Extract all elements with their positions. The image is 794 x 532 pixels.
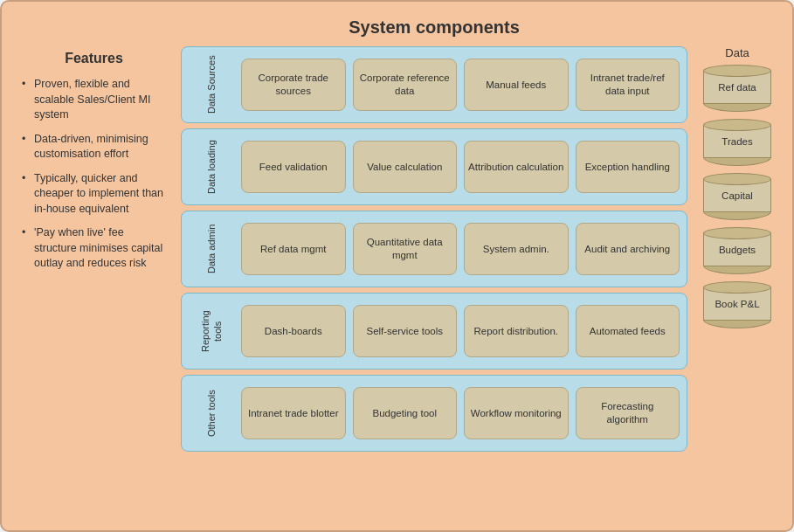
features-header-placeholder <box>17 17 170 38</box>
cylinder-0: Ref data <box>703 65 771 112</box>
box-3-1: Self-service tools <box>353 305 458 357</box>
box-0-0: Corporate trade sources <box>241 59 346 111</box>
cyl-bottom-0 <box>703 103 771 112</box>
boxes-row-0: Corporate trade sources Corporate refere… <box>241 59 680 111</box>
cylinder-2: Capital <box>703 173 771 220</box>
box-2-2: System admin. <box>464 223 569 275</box>
feature-item-2: Data-driven, minimising customisation ef… <box>22 132 166 162</box>
feature-item-3: Typically, quicker and cheaper to implem… <box>22 171 166 218</box>
row-label-1: Data loading <box>189 136 234 197</box>
row-label-0: Data Sources <box>189 54 234 115</box>
box-0-2: Manual feeds <box>464 59 569 111</box>
row-data-sources: Data Sources Corporate trade sources Cor… <box>181 46 687 123</box>
cyl-top-3 <box>703 227 771 239</box>
row-data-admin: Data admin Ref data mgmt Quantitative da… <box>181 211 687 287</box>
boxes-row-2: Ref data mgmt Quantitative data mgmt Sys… <box>241 223 680 275</box>
row-reporting-tools: Reporting tools Dash-boards Self-service… <box>181 293 687 370</box>
row-data-loading: Data loading Feed validation Value calcu… <box>181 128 687 205</box>
features-title: Features <box>22 51 166 66</box>
box-4-3: Forecasting algorithm <box>576 387 680 439</box>
box-1-3: Exception handling <box>576 141 680 193</box>
box-1-2: Attribution calculation <box>464 141 569 193</box>
boxes-row-1: Feed validation Value calculation Attrib… <box>241 141 680 193</box>
box-4-2: Workflow monitoring <box>464 387 569 439</box>
title-row: System components <box>17 17 777 38</box>
boxes-row-3: Dash-boards Self-service tools Report di… <box>241 305 680 357</box>
box-0-1: Corporate reference data <box>353 59 458 111</box>
content-area: Features Proven, flexible and scalable S… <box>17 46 777 515</box>
box-3-0: Dash-boards <box>241 305 346 357</box>
page-title: System components <box>170 17 698 38</box>
cyl-bottom-1 <box>703 157 771 166</box>
main-container: System components Features Proven, flexi… <box>0 0 794 532</box>
box-4-0: Intranet trade blotter <box>241 387 346 439</box>
feature-item-1: Proven, flexible and scalable Sales/Clie… <box>22 77 166 123</box>
box-3-2: Report distribution. <box>464 305 569 357</box>
cyl-bottom-4 <box>703 320 771 328</box>
box-0-3: Intranet trade/ref data input <box>576 59 680 111</box>
cyl-top-1 <box>703 119 771 131</box>
box-2-0: Ref data mgmt <box>241 223 346 275</box>
cyl-bottom-2 <box>703 211 771 220</box>
data-panel-title: Data <box>725 46 749 59</box>
data-panel: Data Ref data Trades Capital Budgets <box>698 46 777 515</box>
features-list: Proven, flexible and scalable Sales/Clie… <box>22 77 166 272</box>
features-panel: Features Proven, flexible and scalable S… <box>17 46 170 515</box>
boxes-row-4: Intranet trade blotter Budgeting tool Wo… <box>241 387 680 439</box>
row-label-3: Reporting tools <box>189 301 234 362</box>
box-2-1: Quantitative data mgmt <box>353 223 458 275</box>
cylinder-4: Book P&L <box>703 281 771 328</box>
system-panel: Data Sources Corporate trade sources Cor… <box>181 46 687 515</box>
box-1-1: Value calculation <box>353 141 458 193</box>
box-1-0: Feed validation <box>241 141 346 193</box>
cyl-top-4 <box>703 281 771 294</box>
row-label-4: Other tools <box>189 383 234 444</box>
row-label-2: Data admin <box>189 218 234 280</box>
feature-item-4: 'Pay when live' fee structure minimises … <box>22 225 166 272</box>
cyl-top-0 <box>703 65 771 77</box>
data-header-placeholder <box>698 17 777 38</box>
cylinder-1: Trades <box>703 119 771 166</box>
box-4-1: Budgeting tool <box>353 387 458 439</box>
cyl-top-2 <box>703 173 771 185</box>
cylinder-3: Budgets <box>703 227 771 274</box>
row-other-tools: Other tools Intranet trade blotter Budge… <box>181 375 687 452</box>
box-3-3: Automated feeds <box>576 305 680 357</box>
box-2-3: Audit and archiving <box>576 223 680 275</box>
cyl-bottom-3 <box>703 266 771 274</box>
